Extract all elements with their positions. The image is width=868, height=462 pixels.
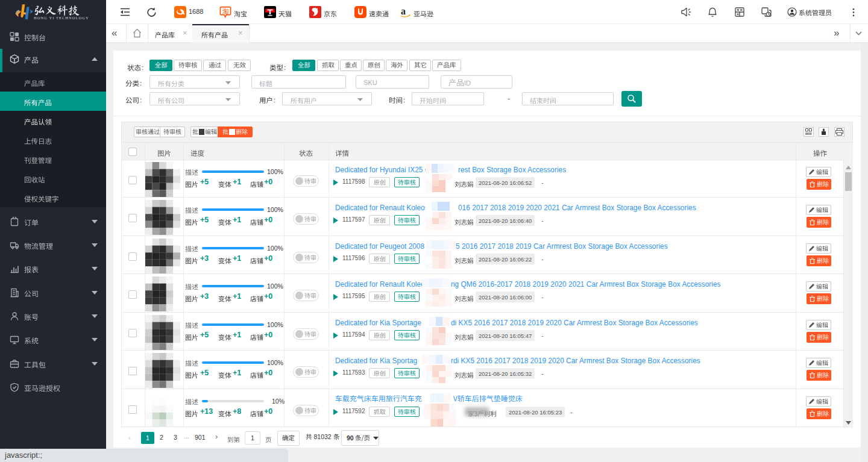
- svg-text:a: a: [401, 6, 406, 16]
